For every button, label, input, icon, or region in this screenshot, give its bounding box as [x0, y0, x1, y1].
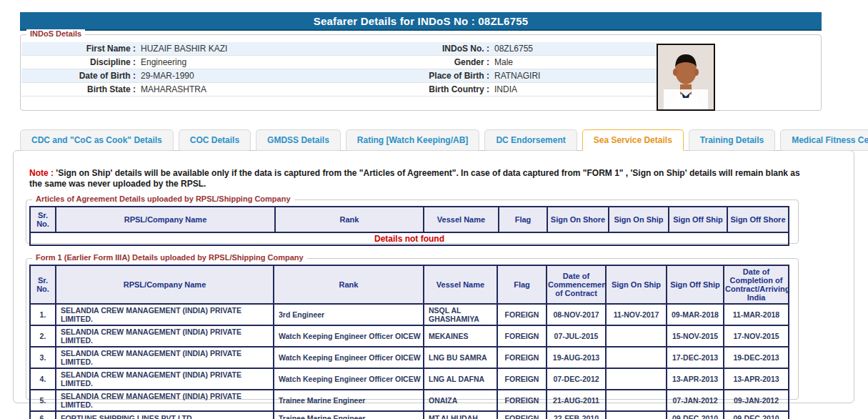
cell-sr-no: 1. — [30, 304, 56, 325]
detail-row-name: First Name : HUZAIF BASHIR KAZI INDoS No… — [21, 42, 657, 56]
cell-completion-date: 09-JAN-2012 — [724, 390, 789, 411]
field-value: 08ZL6755 — [489, 42, 657, 55]
cell-sr-no: 3. — [30, 347, 56, 368]
cell-company: SELANDIA CREW MANAGEMENT (INDIA) PRIVATE… — [56, 368, 274, 390]
field-value: Engineering — [136, 56, 407, 69]
sea-service-panel: Note : 'Sign on Ship' details will be av… — [13, 150, 854, 403]
cell-commencement-date: 08-NOV-2017 — [547, 304, 606, 325]
cell-vessel: LNG BU SAMRA — [424, 347, 497, 368]
cell-vessel: MT.ALHUDAH — [424, 411, 497, 419]
articles-of-agreement-section: Articles of Agreement Details uploaded b… — [26, 199, 799, 244]
column-header: Sign Off Ship — [669, 207, 727, 232]
details-not-found-message: Details not found — [30, 232, 789, 245]
detail-row-birth-state: Birth State : MAHARASHTRA Birth Country … — [21, 83, 657, 97]
indos-details-section: INDoS Details First Name : HUZAIF BASHIR… — [20, 34, 822, 111]
tab-rating-watch-keeping-ab[interactable]: Rating [Watch Keeping/AB] — [346, 129, 480, 151]
cell-completion-date: 09-DEC-2010 — [724, 411, 789, 419]
empty-row: Details not found — [30, 232, 789, 245]
articles-of-agreement-table: Sr. No. RPSL/Company Name Rank Vessel Na… — [29, 206, 789, 246]
cell-sr-no: 5. — [30, 390, 56, 411]
tab-sea-service-details[interactable]: Sea Service Details — [582, 129, 684, 151]
form1-table-legend: Form 1 (Earlier Form IIIA) Details uploa… — [32, 253, 307, 262]
cell-sign-on-ship: 11-NOV-2017 — [606, 304, 667, 325]
field-value: RATNAGIRI — [489, 69, 657, 82]
detail-row-birth-date: Date of Birth : 29-MAR-1990 Place of Bir… — [21, 69, 657, 83]
page-header: Seafarer Details for INDoS No : 08ZL6755 — [20, 12, 822, 31]
tab-dc-endorsement[interactable]: DC Endorsement — [484, 129, 577, 151]
tab-coc-details[interactable]: COC Details — [179, 129, 251, 151]
cell-commencement-date: 07-DEC-2012 — [547, 368, 606, 390]
column-header: Sign On Shore — [547, 207, 609, 232]
table-row: 3. SELANDIA CREW MANAGEMENT (INDIA) PRIV… — [30, 347, 789, 368]
table-header-row: Sr. No. RPSL/Company Name Rank Vessel Na… — [30, 207, 789, 232]
cell-vessel: MEKAINES — [424, 325, 497, 347]
field-value: INDIA — [489, 83, 657, 96]
cell-completion-date: 13-APR-2013 — [724, 368, 789, 390]
table-row: 5. SELANDIA CREW MANAGEMENT (INDIA) PRIV… — [30, 390, 789, 411]
table-header-row: Sr. No. RPSL/Company Name Rank Vessel Na… — [30, 265, 789, 304]
cell-rank: Trainee Marine Engineer — [274, 411, 424, 419]
tab-cdc-coc-cook-details[interactable]: CDC and "CoC as Cook" Details — [20, 129, 174, 151]
cell-sign-off-ship: 07-JAN-2012 — [667, 390, 724, 411]
cell-vessel: LNG AL DAFNA — [424, 368, 497, 390]
column-header: Flag — [497, 265, 547, 304]
page-title: Seafarer Details for INDoS No : 08ZL6755 — [314, 15, 529, 27]
cell-flag: FOREIGN — [497, 411, 547, 419]
cell-flag: FOREIGN — [497, 390, 547, 411]
cell-rank: 3rd Engineer — [274, 304, 424, 325]
cell-rank: Watch Keeping Engineer Officer OICEW — [274, 368, 424, 390]
tab-gmdss-details[interactable]: GMDSS Details — [256, 129, 341, 151]
articles-table-legend: Articles of Agreement Details uploaded b… — [32, 194, 294, 203]
table-row: 1. SELANDIA CREW MANAGEMENT (INDIA) PRIV… — [30, 304, 789, 325]
table-row: 6. FORTUNE SHIPPING LINES PVT LTD. Train… — [30, 411, 789, 419]
column-header: Flag — [499, 207, 547, 232]
cell-company: SELANDIA CREW MANAGEMENT (INDIA) PRIVATE… — [56, 325, 274, 347]
cell-flag: FOREIGN — [497, 304, 547, 325]
indos-details-legend: INDoS Details — [26, 29, 85, 38]
cell-sr-no: 6. — [30, 411, 56, 419]
column-header: Sign Off Shore — [727, 207, 789, 232]
cell-commencement-date: 21-AUG-2011 — [547, 390, 606, 411]
column-header: Sign On Ship — [606, 265, 667, 304]
form1-section: Form 1 (Earlier Form IIIA) Details uploa… — [26, 258, 799, 400]
table-row: 2. SELANDIA CREW MANAGEMENT (INDIA) PRIV… — [30, 325, 789, 347]
cell-sign-off-ship: 17-DEC-2013 — [667, 347, 724, 368]
column-header: RPSL/Company Name — [56, 207, 275, 232]
cell-sr-no: 2. — [30, 325, 56, 347]
note-prefix: Note : — [29, 168, 54, 178]
column-header: Sr. No. — [30, 265, 56, 304]
seafarer-photo-image — [658, 45, 714, 109]
note-text: 'Sign on Ship' details will be available… — [29, 168, 800, 189]
cell-sign-off-ship: 13-APR-2013 — [667, 368, 724, 390]
field-value: HUZAIF BASHIR KAZI — [136, 42, 407, 55]
column-header: Rank — [275, 207, 424, 232]
cell-flag: FOREIGN — [497, 347, 547, 368]
cell-commencement-date: 22-FEB-2010 — [547, 411, 606, 419]
cell-sign-off-ship: 09-DEC-2010 — [667, 411, 724, 419]
field-value: 29-MAR-1990 — [136, 69, 407, 82]
field-label: Birth Country : — [407, 83, 489, 96]
cell-company: SELANDIA CREW MANAGEMENT (INDIA) PRIVATE… — [56, 304, 274, 325]
field-label: Date of Birth : — [21, 69, 136, 82]
cell-sr-no: 4. — [30, 368, 56, 390]
column-header: Sign On Ship — [609, 207, 669, 232]
cell-company: SELANDIA CREW MANAGEMENT (INDIA) PRIVATE… — [56, 390, 274, 411]
form1-table: Sr. No. RPSL/Company Name Rank Vessel Na… — [29, 265, 789, 419]
cell-vessel: NSQL AL GHASHAMIYA — [424, 304, 497, 325]
cell-company: FORTUNE SHIPPING LINES PVT LTD. — [56, 411, 274, 419]
cell-rank: Trainee Marine Engineer — [274, 390, 424, 411]
cell-company: SELANDIA CREW MANAGEMENT (INDIA) PRIVATE… — [56, 347, 274, 368]
cell-completion-date: 17-NOV-2015 — [724, 325, 789, 347]
cell-vessel: ONAIZA — [424, 390, 497, 411]
cell-sign-on-ship — [606, 325, 667, 347]
tab-training-details[interactable]: Training Details — [689, 129, 775, 151]
field-label: Place of Birth : — [407, 69, 489, 82]
column-header: Sr. No. — [30, 207, 56, 232]
cell-sign-on-ship — [606, 347, 667, 368]
cell-completion-date: 11-MAR-2018 — [724, 304, 789, 325]
tab-medical-fitness-certificate[interactable]: Medical Fitness Certificate — [780, 129, 868, 151]
field-label: First Name : — [21, 42, 136, 55]
cell-rank: Watch Keeping Engineer Officer OICEW — [274, 325, 424, 347]
tab-bar: CDC and "CoC as Cook" Details COC Detail… — [20, 129, 868, 151]
indos-details-grid: First Name : HUZAIF BASHIR KAZI INDoS No… — [21, 42, 657, 97]
